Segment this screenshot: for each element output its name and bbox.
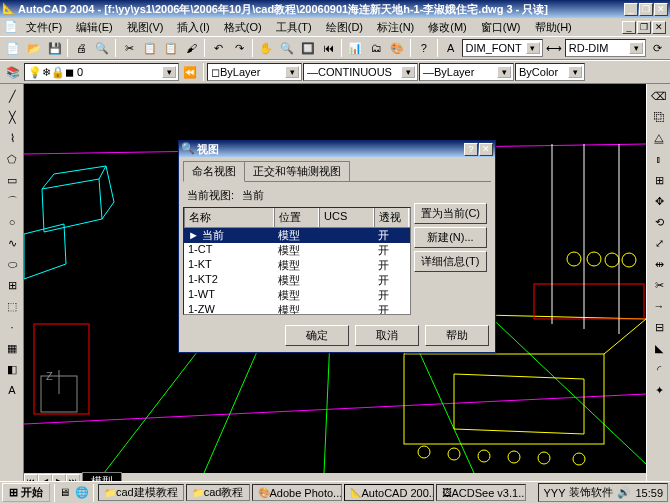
rotate-icon[interactable]: ⟲ — [649, 212, 669, 232]
menu-dim[interactable]: 标注(N) — [371, 19, 420, 36]
menu-format[interactable]: 格式(O) — [218, 19, 268, 36]
col-ucs[interactable]: UCS — [319, 208, 374, 227]
line-icon[interactable]: ╱ — [2, 86, 22, 106]
redo-icon[interactable]: ↷ — [229, 38, 249, 58]
dimstyle-combo[interactable]: DIM_FONT — [462, 39, 543, 57]
move-icon[interactable]: ✥ — [649, 191, 669, 211]
mdi-close-button[interactable]: ✕ — [652, 21, 666, 34]
list-row[interactable]: ► 当前模型开 — [184, 228, 410, 243]
new-view-button[interactable]: 新建(N)... — [414, 227, 487, 248]
plotstyle-combo[interactable]: ByColor — [515, 63, 585, 81]
tab-named-views[interactable]: 命名视图 — [183, 161, 245, 182]
xline-icon[interactable]: ╳ — [2, 107, 22, 127]
menu-view[interactable]: 视图(V) — [121, 19, 170, 36]
col-loc[interactable]: 位置 — [274, 208, 319, 227]
undo-icon[interactable]: ↶ — [208, 38, 228, 58]
color-combo[interactable]: ◻ ByLayer — [207, 63, 302, 81]
layer-mgr-icon[interactable]: 📚 — [3, 62, 23, 82]
list-row[interactable]: 1-KT2模型开 — [184, 273, 410, 288]
spline-icon[interactable]: ∿ — [2, 233, 22, 253]
dialog-close-button[interactable]: ✕ — [479, 143, 493, 156]
mirror-icon[interactable]: ⧋ — [649, 128, 669, 148]
close-button[interactable]: ✕ — [654, 3, 668, 16]
match-icon[interactable]: 🖌 — [182, 38, 202, 58]
menu-tools[interactable]: 工具(T) — [270, 19, 318, 36]
list-row[interactable]: 1-WT模型开 — [184, 288, 410, 303]
zoom-window-icon[interactable]: 🔲 — [298, 38, 318, 58]
break-icon[interactable]: ⊟ — [649, 317, 669, 337]
text-icon[interactable]: A — [441, 38, 461, 58]
paste-icon[interactable]: 📋 — [161, 38, 181, 58]
cancel-button[interactable]: 取消 — [355, 325, 419, 346]
tool-palette-icon[interactable]: 🎨 — [387, 38, 407, 58]
dc-icon[interactable]: 🗂 — [366, 38, 386, 58]
task-1[interactable]: 📁 cad建模教程 — [98, 484, 184, 501]
preview-icon[interactable]: 🔍 — [92, 38, 112, 58]
insert-icon[interactable]: ⊞ — [2, 275, 22, 295]
copy-obj-icon[interactable]: ⿻ — [649, 107, 669, 127]
list-row[interactable]: 1-CT模型开 — [184, 243, 410, 258]
block-icon[interactable]: ⬚ — [2, 296, 22, 316]
list-row[interactable]: 1-ZW模型开 — [184, 303, 410, 315]
trim-icon[interactable]: ✂ — [649, 275, 669, 295]
extend-icon[interactable]: → — [649, 296, 669, 316]
task-3[interactable]: 🎨 Adobe Photo... — [252, 484, 342, 501]
print-icon[interactable]: 🖨 — [71, 38, 91, 58]
save-icon[interactable]: 💾 — [45, 38, 65, 58]
hatch-icon[interactable]: ▦ — [2, 338, 22, 358]
rect-icon[interactable]: ▭ — [2, 170, 22, 190]
quicklaunch-icon[interactable]: 🖥 — [59, 486, 73, 500]
linetype-combo[interactable]: — CONTINUOUS — [303, 63, 418, 81]
props-icon[interactable]: 📊 — [345, 38, 365, 58]
open-icon[interactable]: 📂 — [24, 38, 44, 58]
menu-modify[interactable]: 修改(M) — [422, 19, 473, 36]
point-icon[interactable]: · — [2, 317, 22, 337]
menu-file[interactable]: 文件(F) — [20, 19, 68, 36]
erase-icon[interactable]: ⌫ — [649, 86, 669, 106]
task-2[interactable]: 📁 cad教程 — [186, 484, 250, 501]
tab-ortho-views[interactable]: 正交和等轴测视图 — [244, 161, 350, 181]
cut-icon[interactable]: ✂ — [119, 38, 139, 58]
array-icon[interactable]: ⊞ — [649, 170, 669, 190]
menu-window[interactable]: 窗口(W) — [475, 19, 527, 36]
dim-update-icon[interactable]: ⟳ — [647, 38, 667, 58]
dim-icon[interactable]: ⟷ — [544, 38, 564, 58]
pline-icon[interactable]: ⌇ — [2, 128, 22, 148]
fillet-icon[interactable]: ◜ — [649, 359, 669, 379]
zoom-icon[interactable]: 🔍 — [277, 38, 297, 58]
menu-insert[interactable]: 插入(I) — [171, 19, 215, 36]
menu-draw[interactable]: 绘图(D) — [320, 19, 369, 36]
region-icon[interactable]: ◧ — [2, 359, 22, 379]
polygon-icon[interactable]: ⬠ — [2, 149, 22, 169]
minimize-button[interactable]: _ — [624, 3, 638, 16]
mdi-minimize-button[interactable]: _ — [622, 21, 636, 34]
arc-icon[interactable]: ⌒ — [2, 191, 22, 211]
ellipse-icon[interactable]: ⬭ — [2, 254, 22, 274]
quicklaunch-ie-icon[interactable]: 🌐 — [75, 486, 89, 500]
maximize-button[interactable]: ❐ — [639, 3, 653, 16]
zoom-prev-icon[interactable]: ⏮ — [319, 38, 339, 58]
circle-icon[interactable]: ○ — [2, 212, 22, 232]
stretch-icon[interactable]: ⇹ — [649, 254, 669, 274]
dimstyle2-combo[interactable]: RD-DIM — [565, 39, 646, 57]
help-button[interactable]: 帮助 — [425, 325, 489, 346]
col-per[interactable]: 透视 — [374, 208, 409, 227]
ok-button[interactable]: 确定 — [285, 325, 349, 346]
task-4[interactable]: 📐 AutoCAD 200... — [344, 484, 434, 501]
mtext-icon[interactable]: A — [2, 380, 22, 400]
new-icon[interactable]: 📄 — [3, 38, 23, 58]
mdi-restore-button[interactable]: ❐ — [637, 21, 651, 34]
help-icon[interactable]: ? — [414, 38, 434, 58]
dialog-help-button[interactable]: ? — [464, 143, 478, 156]
offset-icon[interactable]: ⫾ — [649, 149, 669, 169]
layer-prev-icon[interactable]: ⏪ — [180, 62, 200, 82]
col-name[interactable]: 名称 — [184, 208, 274, 227]
tray-vol-icon[interactable]: 🔊 — [617, 486, 631, 499]
task-5[interactable]: 🖼 ACDSee v3.1... — [436, 484, 526, 501]
lineweight-combo[interactable]: — ByLayer — [419, 63, 514, 81]
copy-icon[interactable]: 📋 — [140, 38, 160, 58]
menu-edit[interactable]: 编辑(E) — [70, 19, 119, 36]
tray-extra[interactable]: 装饰软件 — [569, 485, 613, 500]
menu-help[interactable]: 帮助(H) — [529, 19, 578, 36]
start-button[interactable]: ⊞ 开始 — [2, 483, 50, 502]
